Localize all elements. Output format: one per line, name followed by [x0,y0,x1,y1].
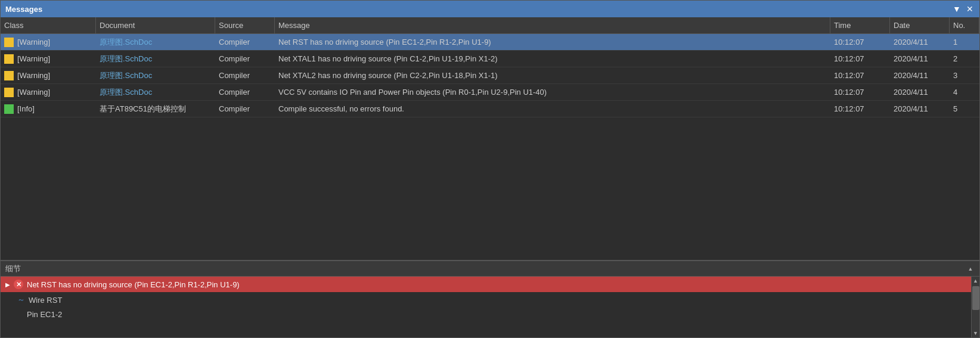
cell-time: 10:12:07 [830,51,890,67]
expand-arrow-icon: ▶ [5,281,10,288]
cell-time: 10:12:07 [830,67,890,83]
table-header: Class Document Source Message Time Date … [1,17,979,34]
detail-error-message: Net RST has no driving source (Pin EC1-2… [27,280,240,289]
window-title: Messages [5,5,42,14]
cell-no: 5 [950,101,979,117]
table-body: [Warning] 原理图.SchDoc Compiler Net RST ha… [1,34,979,260]
table-row[interactable]: [Warning] 原理图.SchDoc Compiler Net XTAL2 … [1,67,979,84]
detail-header-scrollbar-up[interactable]: ▲ [966,265,975,273]
error-circle-icon: ✕ [14,280,23,289]
cell-class: [Warning] [1,34,96,50]
cell-source: Compiler [215,51,275,67]
col-date: Date [890,17,950,33]
cell-date: 2020/4/11 [890,101,950,117]
warning-icon [4,38,14,47]
wire-icon: ～ [17,294,25,305]
cell-no: 3 [950,67,979,83]
table-row[interactable]: [Warning] 原理图.SchDoc Compiler Net RST ha… [1,34,979,51]
title-bar-controls: ▼ ✕ [952,4,975,14]
pin-button[interactable]: ▼ [952,4,962,14]
cell-source: Compiler [215,67,275,83]
cell-class: [Warning] [1,51,96,67]
col-time: Time [830,17,890,33]
warning-icon [4,88,14,97]
title-bar: Messages ▼ ✕ [1,1,979,17]
warning-icon [4,54,14,64]
cell-document: 原理图.SchDoc [96,34,215,50]
messages-panel: Class Document Source Message Time Date … [1,17,979,260]
close-button[interactable]: ✕ [965,4,975,14]
scroll-down-arrow[interactable]: ▼ [972,329,980,337]
cell-time: 10:12:07 [830,84,890,100]
cell-document: 原理图.SchDoc [96,84,215,100]
cell-date: 2020/4/11 [890,84,950,100]
cell-date: 2020/4/11 [890,67,950,83]
cell-class: [Warning] [1,84,96,100]
col-source: Source [215,17,275,33]
detail-scrollbar[interactable]: ▲ ▼ [971,277,979,337]
cell-class: [Info] [1,101,96,117]
messages-window: Messages ▼ ✕ Class Document Source Messa… [0,0,980,338]
detail-body: ▶ ✕ Net RST has no driving source (Pin E… [1,277,979,337]
detail-error-row[interactable]: ▶ ✕ Net RST has no driving source (Pin E… [1,277,979,292]
cell-message: Compile successful, no errors found. [275,101,830,117]
cell-document: 原理图.SchDoc [96,67,215,83]
info-icon [4,104,14,114]
cell-message: Net RST has no driving source (Pin EC1-2… [275,34,830,50]
col-message: Message [275,17,830,33]
col-no: No. [950,17,979,33]
scroll-up-arrow[interactable]: ▲ [972,277,980,285]
table-row[interactable]: [Warning] 原理图.SchDoc Compiler VCC 5V con… [1,84,979,101]
cell-message: Net XTAL1 has no driving source (Pin C1-… [275,51,830,67]
cell-document: 基于AT89C51的电梯控制 [96,101,215,117]
detail-pin-label: Pin EC1-2 [27,310,62,319]
detail-sub-row[interactable]: Pin EC1-2 [1,308,979,321]
detail-title: 细节 [5,263,21,274]
cell-time: 10:12:07 [830,34,890,50]
col-class: Class [1,17,96,33]
table-row[interactable]: [Info] 基于AT89C51的电梯控制 Compiler Compile s… [1,101,979,117]
cell-time: 10:12:07 [830,101,890,117]
detail-sub-label: Wire RST [29,296,62,305]
cell-source: Compiler [215,101,275,117]
cell-date: 2020/4/11 [890,51,950,67]
detail-panel: 细节 ▲ ▶ ✕ Net RST has no driving source (… [1,260,979,337]
cell-message: Net XTAL2 has no driving source (Pin C2-… [275,67,830,83]
cell-source: Compiler [215,34,275,50]
cell-no: 1 [950,34,979,50]
cell-no: 4 [950,84,979,100]
cell-source: Compiler [215,84,275,100]
cell-class: [Warning] [1,67,96,83]
detail-sub-row[interactable]: ～ Wire RST [1,292,979,308]
warning-icon [4,71,14,80]
cell-message: VCC 5V contains IO Pin and Power Pin obj… [275,84,830,100]
cell-document: 原理图.SchDoc [96,51,215,67]
detail-header: 细节 ▲ [1,261,979,277]
table-row[interactable]: [Warning] 原理图.SchDoc Compiler Net XTAL1 … [1,51,979,67]
cell-date: 2020/4/11 [890,34,950,50]
col-document: Document [96,17,215,33]
scrollbar-thumb[interactable] [972,286,979,310]
cell-no: 2 [950,51,979,67]
